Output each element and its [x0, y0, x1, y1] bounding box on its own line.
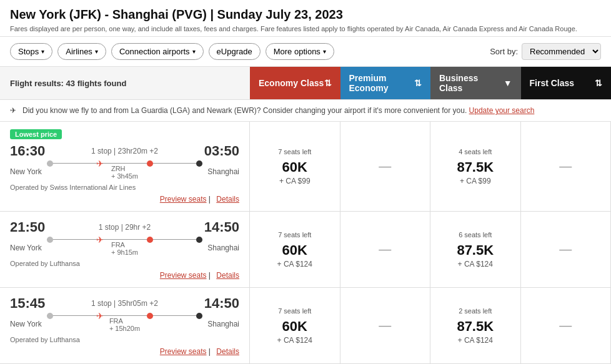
flight-main: 15:45 1 stop | 35hr05m +2 14:50 New York… — [0, 288, 250, 363]
premium-cell[interactable]: — — [340, 122, 431, 211]
price-cash: + CA $99 — [460, 177, 491, 185]
stop-label: FRA+ 15h20m — [109, 317, 140, 332]
stop-label: FRA+ 9h15m — [111, 241, 138, 256]
route-line: ✈ FRA+ 15h20m — [47, 315, 203, 332]
stops-info: 1 stop | 35hr05m +2 — [91, 299, 158, 308]
page-subtitle: Fares displayed are per person, one way,… — [10, 24, 601, 34]
sort-select[interactable]: Recommended — [522, 43, 601, 60]
tab-premium-label: Premium Economy — [349, 73, 415, 93]
plane-route-icon: ✈ — [96, 235, 104, 245]
flight-links: Preview seats | Details — [10, 271, 239, 280]
flight-row: 21:50 1 stop | 29hr +2 14:50 New York ✈ … — [0, 212, 611, 288]
results-header: Flight results: 43 flights found Economy… — [0, 67, 611, 100]
seats-left: 6 seats left — [459, 231, 492, 239]
update-search-link[interactable]: Update your search — [469, 106, 535, 115]
destination-city: Shanghai — [207, 167, 239, 176]
destination-city: Shanghai — [207, 243, 239, 252]
first-cell[interactable]: — — [521, 288, 612, 363]
economy-cell[interactable]: 7 seats left 60K + CA $124 — [250, 212, 340, 287]
chevron-down-icon: ▾ — [192, 48, 196, 55]
arrive-time: 14:50 — [204, 219, 239, 235]
flight-row: Lowest price 16:30 1 stop | 23hr20m +2 0… — [0, 122, 611, 212]
chevron-icon: ⇅ — [414, 78, 422, 88]
results-label: Flight results: 43 flights found — [0, 67, 250, 99]
flight-route: New York ✈ FRA+ 15h20m Shanghai — [10, 315, 239, 332]
unavailable-dash: — — [559, 159, 572, 174]
info-text: Did you know we fly to and from La Guard… — [22, 106, 534, 115]
results-count: 43 flights found — [66, 79, 127, 88]
more-options-filter-button[interactable]: More options ▾ — [266, 43, 334, 60]
chevron-icon: ▼ — [504, 78, 512, 88]
sort-label: Sort by: — [490, 47, 518, 56]
route-line: ✈ ZRH+ 3h45m — [47, 163, 203, 180]
origin-city: New York — [10, 320, 42, 328]
lowest-price-badge: Lowest price — [10, 129, 62, 139]
economy-cell[interactable]: 7 seats left 60K + CA $99 — [250, 122, 340, 211]
preview-seats-link[interactable]: Preview seats — [160, 195, 207, 204]
price-points: 87.5K — [457, 318, 494, 335]
business-cell[interactable]: 6 seats left 87.5K + CA $124 — [430, 212, 521, 287]
price-cash: + CA $124 — [458, 260, 493, 268]
economy-cell[interactable]: 7 seats left 60K + CA $124 — [250, 288, 340, 363]
stops-info: 1 stop | 29hr +2 — [99, 223, 151, 232]
flight-links: Preview seats | Details — [10, 195, 239, 204]
stops-filter-button[interactable]: Stops ▾ — [10, 43, 52, 60]
plane-route-icon: ✈ — [96, 159, 104, 169]
premium-cell[interactable]: — — [340, 288, 431, 363]
unavailable-dash: — — [559, 318, 572, 333]
stop-label: ZRH+ 3h45m — [111, 165, 138, 180]
filters-bar: Stops ▾ Airlines ▾ Connection airports ▾… — [0, 36, 611, 67]
operated-by: Operated by Swiss International Air Line… — [10, 184, 239, 191]
price-points: 87.5K — [457, 242, 494, 258]
operated-by: Operated by Lufthansa — [10, 260, 239, 267]
page-header: New York (JFK) - Shanghai (PVG) | Sunday… — [0, 0, 611, 36]
price-cash: + CA $99 — [279, 177, 310, 185]
tab-business[interactable]: Business Class ▼ — [430, 67, 521, 99]
flight-main: 21:50 1 stop | 29hr +2 14:50 New York ✈ … — [0, 212, 250, 287]
tab-first[interactable]: First Class ⇅ — [521, 67, 612, 99]
seats-left: 7 seats left — [278, 148, 311, 155]
preview-seats-link[interactable]: Preview seats — [160, 347, 207, 356]
depart-time: 15:45 — [10, 295, 45, 312]
origin-city: New York — [10, 243, 42, 252]
first-cell[interactable]: — — [521, 212, 612, 287]
chevron-down-icon: ▾ — [95, 48, 98, 55]
chevron-icon: ⇅ — [324, 78, 332, 88]
flight-list: Lowest price 16:30 1 stop | 23hr20m +2 0… — [0, 122, 611, 364]
unavailable-dash: — — [379, 242, 391, 257]
tab-economy[interactable]: Economy Class ⇅ — [250, 67, 340, 99]
arrive-time: 03:50 — [204, 143, 239, 159]
connection-airports-filter-button[interactable]: Connection airports ▾ — [111, 43, 204, 60]
stops-info: 1 stop | 23hr20m +2 — [91, 147, 158, 155]
origin-city: New York — [10, 167, 42, 176]
price-cash: + CA $124 — [277, 260, 312, 268]
seats-left: 4 seats left — [459, 148, 492, 155]
eupgrade-filter-button[interactable]: eUpgrade — [209, 43, 261, 60]
price-points: 60K — [282, 318, 307, 335]
business-cell[interactable]: 2 seats left 87.5K + CA $124 — [430, 288, 521, 363]
first-cell[interactable]: — — [521, 122, 612, 211]
route-line: ✈ FRA+ 9h15m — [47, 239, 203, 256]
depart-time: 21:50 — [10, 219, 45, 235]
sort-area: Sort by: Recommended — [490, 43, 601, 60]
price-cash: + CA $124 — [458, 336, 493, 345]
airlines-filter-button[interactable]: Airlines ▾ — [57, 43, 106, 60]
details-link[interactable]: Details — [216, 195, 239, 204]
tab-economy-label: Economy Class — [259, 78, 324, 88]
info-banner: ✈ Did you know we fly to and from La Gua… — [0, 100, 611, 122]
class-tabs: Economy Class ⇅ Premium Economy ⇅ Busine… — [250, 67, 611, 99]
details-link[interactable]: Details — [216, 271, 239, 280]
results-label-text: Flight results: — [10, 79, 64, 88]
operated-by: Operated by Lufthansa — [10, 336, 239, 343]
preview-seats-link[interactable]: Preview seats — [160, 271, 207, 280]
business-cell[interactable]: 4 seats left 87.5K + CA $99 — [430, 122, 521, 211]
details-link[interactable]: Details — [216, 347, 239, 356]
unavailable-dash: — — [379, 318, 391, 333]
flight-times: 15:45 1 stop | 35hr05m +2 14:50 — [10, 295, 239, 312]
price-points: 60K — [282, 242, 307, 258]
flight-main: Lowest price 16:30 1 stop | 23hr20m +2 0… — [0, 122, 250, 211]
depart-time: 16:30 — [10, 143, 45, 159]
plane-route-icon: ✈ — [96, 311, 104, 321]
tab-premium[interactable]: Premium Economy ⇅ — [340, 67, 431, 99]
premium-cell[interactable]: — — [340, 212, 431, 287]
